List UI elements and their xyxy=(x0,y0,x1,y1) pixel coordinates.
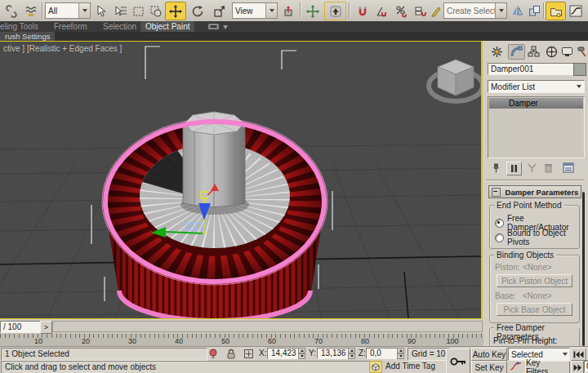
tab-brush-settings[interactable]: rush Settings xyxy=(0,32,55,41)
key-filters-button[interactable]: Key Filters... xyxy=(525,361,570,373)
auto-key-button[interactable]: Auto Key xyxy=(471,348,507,361)
tick-label: 90 xyxy=(402,337,421,345)
tab-object-paint[interactable]: Object Paint xyxy=(140,21,194,32)
go-to-start-button[interactable] xyxy=(571,348,586,361)
object-name-field[interactable]: Damper001 xyxy=(488,63,576,75)
selection-filter-dropdown[interactable]: All xyxy=(45,2,91,19)
tab-freeform[interactable]: Freeform xyxy=(49,21,92,32)
make-unique-icon[interactable] xyxy=(525,162,539,174)
pivot-center-icon[interactable] xyxy=(278,2,299,20)
time-tag-icon[interactable] xyxy=(369,361,382,373)
time-slider-track[interactable] xyxy=(52,321,483,332)
piston-cylinder[interactable] xyxy=(183,112,245,209)
z-label: Z: xyxy=(359,348,366,359)
y-spinner[interactable] xyxy=(348,348,355,359)
configure-modifier-sets-icon[interactable] xyxy=(561,162,575,174)
select-scale-icon[interactable] xyxy=(209,2,230,20)
tick-label: 40 xyxy=(169,337,189,345)
tab-hierarchy-icon[interactable] xyxy=(525,44,542,60)
group-end-point-method: End Point Method Free Damper/Actuator Bo… xyxy=(489,205,580,249)
piston-value: <None> xyxy=(523,263,552,272)
current-frame-field[interactable]: 0 xyxy=(584,361,588,372)
unlink-selection-icon[interactable] xyxy=(2,2,21,20)
set-key-button[interactable]: Set Key xyxy=(471,361,507,373)
absolute-offset-mode-icon[interactable] xyxy=(242,348,256,360)
viewport-canvas[interactable] xyxy=(0,42,481,318)
select-by-name-icon[interactable] xyxy=(111,2,131,20)
schematic-view-icon[interactable] xyxy=(585,2,588,20)
tab-display-icon[interactable] xyxy=(559,44,576,60)
named-sets-dropdown[interactable]: Create Selection Se xyxy=(443,2,507,19)
ref-coord-dropdown[interactable]: View xyxy=(232,2,278,19)
pick-piston-button[interactable]: Pick Piston Object xyxy=(497,274,572,287)
default-tangent-icon[interactable] xyxy=(508,361,523,372)
chevron-down-icon xyxy=(78,3,90,18)
radio-icon[interactable] xyxy=(495,233,504,242)
curve-editor-icon[interactable] xyxy=(566,2,586,20)
add-time-tag[interactable]: Add Time Tag xyxy=(385,361,435,372)
set-keys-button[interactable] xyxy=(446,349,470,373)
pick-base-button[interactable]: Pick Base Object xyxy=(497,303,572,316)
tick-label: 80 xyxy=(355,337,375,345)
tab-selection[interactable]: Selection xyxy=(98,21,141,32)
z-coordinate-field[interactable]: 0,0 xyxy=(366,348,400,359)
select-object-icon[interactable] xyxy=(91,2,111,20)
time-slider-row: / 100 > xyxy=(0,320,483,335)
align-icon[interactable] xyxy=(525,2,543,20)
rollout-damper-parameters[interactable]: Damper Parameters xyxy=(488,185,581,198)
tab-modify-icon[interactable] xyxy=(508,44,525,60)
ribbon-toggle-icon[interactable] xyxy=(546,2,566,20)
angle-snap-icon[interactable] xyxy=(372,2,392,20)
tick-label: 50 xyxy=(216,337,235,345)
spinner-snap-icon[interactable] xyxy=(412,2,430,20)
snaps-toggle-icon[interactable] xyxy=(353,2,372,20)
x-coordinate-field[interactable]: 14,423 xyxy=(267,348,301,359)
y-coordinate-field[interactable]: 13,136 xyxy=(317,348,351,359)
y-label: Y: xyxy=(309,348,316,359)
group-title: Binding Objects xyxy=(494,251,556,260)
next-frame-button[interactable]: > xyxy=(40,321,52,334)
bind-spacewarp-icon[interactable] xyxy=(21,2,41,20)
tab-create-icon[interactable] xyxy=(488,44,506,60)
edit-named-sets-icon[interactable] xyxy=(429,2,443,20)
window-crossing-icon[interactable] xyxy=(147,2,165,20)
viewport[interactable] xyxy=(0,41,483,319)
modifier-list-dropdown[interactable]: Modifier List xyxy=(488,80,585,93)
selection-region-icon[interactable] xyxy=(130,2,148,20)
chevron-down-icon xyxy=(495,3,506,18)
grid-size-status: Grid = 10,0 xyxy=(408,348,450,361)
selection-lock-icon[interactable] xyxy=(224,348,238,360)
ref-coord-value: View xyxy=(233,7,265,16)
percent-snap-icon[interactable] xyxy=(392,2,412,20)
viewport-label[interactable]: ctive ] [Realistic + Edged Faces ] xyxy=(3,44,122,53)
tab-modeling-tools[interactable]: eling Tools xyxy=(0,21,43,32)
select-move-icon[interactable] xyxy=(165,2,186,20)
panel-scrollbar[interactable] xyxy=(582,192,585,346)
isolate-selection-icon[interactable] xyxy=(206,348,220,360)
select-manipulate-icon[interactable] xyxy=(303,2,323,20)
mirror-icon[interactable] xyxy=(508,2,526,20)
viewcube[interactable] xyxy=(429,60,481,101)
tab-utilities-icon[interactable] xyxy=(574,44,588,60)
damper-object[interactable] xyxy=(102,112,327,318)
x-spinner[interactable] xyxy=(298,348,305,359)
pin-stack-icon[interactable] xyxy=(489,162,503,174)
z-spinner[interactable] xyxy=(397,348,404,359)
modifier-stack[interactable]: Damper xyxy=(488,96,585,158)
modifier-stack-item[interactable]: Damper xyxy=(489,98,583,109)
radio-icon[interactable] xyxy=(495,219,504,228)
track-bar[interactable]: 10 20 30 40 50 60 70 80 90 100 xyxy=(0,334,483,346)
remove-modifier-icon[interactable] xyxy=(541,162,555,174)
time-slider-handle[interactable]: / 100 xyxy=(0,321,44,333)
base-label: Base: xyxy=(495,291,516,300)
keyboard-override-icon[interactable] xyxy=(324,2,346,20)
show-end-result-icon[interactable] xyxy=(506,162,522,175)
piston-label: Piston: xyxy=(495,263,520,272)
go-start-icon xyxy=(573,351,584,358)
radio-bound-pivots[interactable]: Bound to Object Pivots xyxy=(495,229,579,246)
select-rotate-icon[interactable] xyxy=(187,2,208,20)
ribbon-display-icon[interactable] xyxy=(207,23,229,31)
object-color-swatch[interactable] xyxy=(573,63,586,76)
go-to-end-button[interactable] xyxy=(571,361,584,373)
tab-motion-icon[interactable] xyxy=(543,44,560,60)
